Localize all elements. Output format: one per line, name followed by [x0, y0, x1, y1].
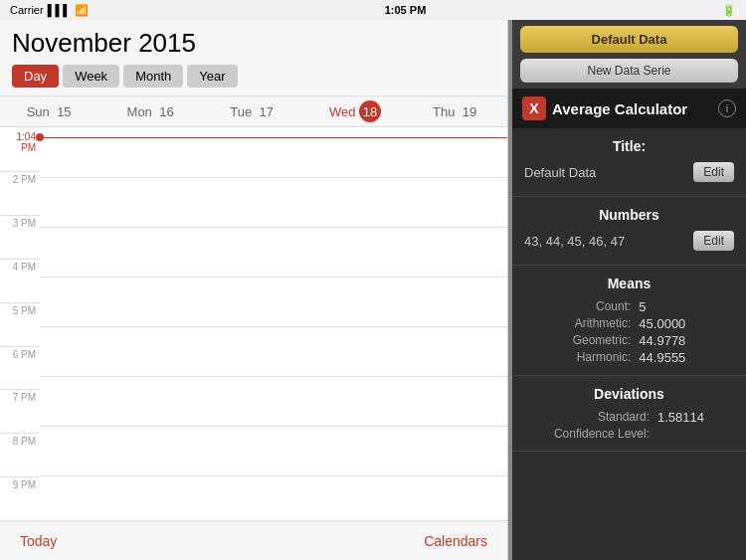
day-name-sun: Sun	[27, 104, 54, 119]
calendar-grid: 1:04 PM 2 PM 3 PM 4 PM 5 PM 6 PM 7 PM 8 …	[0, 127, 507, 520]
confidence-value	[657, 427, 734, 441]
deviations-section-header: Deviations	[524, 386, 734, 402]
time-label-5pm: 5 PM	[0, 302, 40, 346]
time-label-3pm: 3 PM	[0, 215, 40, 259]
nav-day-button[interactable]: Day	[12, 65, 59, 88]
grid-line-4pm	[40, 277, 507, 278]
day-num-wed: 18	[359, 100, 381, 122]
day-columns-header: Sun 15 Mon 16 Tue 17 Wed 18 Thu 19	[0, 96, 507, 127]
time-label-4pm: 4 PM	[0, 259, 40, 302]
deviations-section: Deviations Standard: 1.58114 Confidence …	[512, 376, 746, 452]
title-row: Default Data Edit	[524, 162, 734, 182]
harmonic-value: 44.9555	[639, 350, 734, 365]
numbers-section: Numbers 43, 44, 45, 46, 47 Edit	[512, 197, 746, 266]
day-num-tue: 17	[256, 100, 278, 122]
means-section-header: Means	[524, 276, 734, 291]
day-name-thu: Thu	[433, 104, 459, 119]
count-label: Count:	[524, 299, 631, 314]
calendar-bottom-bar: Today Calendars	[0, 520, 507, 560]
time-label-9pm: 9 PM	[0, 476, 40, 520]
day-col-mon: Mon 16	[101, 96, 203, 126]
calendar-nav: Day Week Month Year	[12, 65, 495, 88]
panel-title: Average Calculator	[552, 100, 712, 117]
grid-line-6pm	[40, 376, 507, 377]
day-name-wed: Wed	[329, 104, 359, 119]
calendar-header: November 2015 Day Week Month Year	[0, 20, 507, 96]
calendar-panel: November 2015 Day Week Month Year Sun 15…	[0, 20, 508, 560]
title-section-header: Title:	[524, 138, 734, 154]
nav-week-button[interactable]: Week	[63, 65, 119, 88]
wifi-icon: 📶	[75, 4, 89, 17]
status-left: Carrier ▌▌▌ 📶	[10, 4, 89, 17]
arithmetic-value: 45.0000	[639, 316, 734, 331]
nav-year-button[interactable]: Year	[187, 65, 237, 88]
default-data-button[interactable]: Default Data	[520, 26, 738, 53]
panel-header: X Average Calculator i	[512, 89, 746, 128]
day-col-wed: Wed 18	[304, 96, 406, 126]
calendar-title: November 2015	[12, 28, 495, 59]
grid-line-2pm	[40, 177, 507, 178]
means-section: Means Count: 5 Arithmetic: 45.0000 Geome…	[512, 266, 746, 376]
day-col-tue: Tue 17	[203, 96, 304, 126]
time-labels: 1:04 PM 2 PM 3 PM 4 PM 5 PM 6 PM 7 PM 8 …	[0, 127, 40, 520]
right-panel: Default Data New Data Serie X Average Ca…	[512, 20, 746, 560]
current-time-dot	[36, 133, 44, 141]
numbers-section-header: Numbers	[524, 207, 734, 223]
title-section: Title: Default Data Edit	[512, 128, 746, 197]
standard-label: Standard:	[524, 410, 650, 425]
status-bar: Carrier ▌▌▌ 📶 1:05 PM 🔋	[0, 0, 746, 20]
grid-line-8pm	[40, 475, 507, 476]
grid-content	[40, 127, 507, 520]
day-col-sun: Sun 15	[0, 96, 101, 126]
close-x-button[interactable]: X	[522, 96, 546, 120]
title-value: Default Data	[524, 165, 596, 180]
day-num-sun: 15	[53, 100, 75, 122]
time-label-2pm: 2 PM	[0, 171, 40, 215]
geometric-value: 44.9778	[639, 333, 734, 348]
numbers-row: 43, 44, 45, 46, 47 Edit	[524, 231, 734, 251]
status-right: 🔋	[722, 4, 736, 17]
panel-content: Title: Default Data Edit Numbers 43, 44,…	[512, 128, 746, 560]
today-button[interactable]: Today	[20, 533, 57, 549]
calendars-button[interactable]: Calendars	[424, 533, 487, 549]
numbers-value: 43, 44, 45, 46, 47	[524, 234, 625, 249]
arithmetic-label: Arithmetic:	[524, 316, 631, 331]
numbers-edit-button[interactable]: Edit	[693, 231, 734, 251]
deviations-stats-grid: Standard: 1.58114 Confidence Level:	[524, 410, 734, 441]
confidence-label: Confidence Level:	[524, 427, 650, 441]
day-name-tue: Tue	[230, 104, 256, 119]
day-num-thu: 19	[459, 100, 480, 122]
signal-icon: ▌▌▌	[48, 4, 71, 16]
day-num-mon: 16	[155, 100, 177, 122]
battery-icon: 🔋	[722, 4, 736, 17]
panel-top: Default Data New Data Serie	[512, 20, 746, 89]
grid-line-7pm	[40, 426, 507, 427]
harmonic-label: Harmonic:	[524, 350, 631, 365]
grid-line-5pm	[40, 326, 507, 327]
status-time: 1:05 PM	[385, 4, 427, 16]
means-stats-grid: Count: 5 Arithmetic: 45.0000 Geometric: …	[524, 299, 734, 365]
time-label-7pm: 7 PM	[0, 389, 40, 433]
count-value: 5	[639, 299, 734, 314]
nav-month-button[interactable]: Month	[123, 65, 183, 88]
title-edit-button[interactable]: Edit	[693, 162, 734, 182]
grid-line-3pm	[40, 227, 507, 228]
new-data-serie-button[interactable]: New Data Serie	[520, 59, 738, 83]
main-container: November 2015 Day Week Month Year Sun 15…	[0, 20, 746, 560]
standard-value: 1.58114	[657, 410, 734, 425]
info-icon[interactable]: i	[718, 99, 736, 117]
time-label-8pm: 8 PM	[0, 433, 40, 476]
current-time-line	[40, 137, 507, 138]
day-col-thu: Thu 19	[406, 96, 507, 126]
time-label-6pm: 6 PM	[0, 346, 40, 390]
geometric-label: Geometric:	[524, 333, 631, 348]
time-label-104pm: 1:04 PM	[0, 127, 40, 171]
day-name-mon: Mon	[127, 104, 156, 119]
carrier-label: Carrier	[10, 4, 44, 16]
